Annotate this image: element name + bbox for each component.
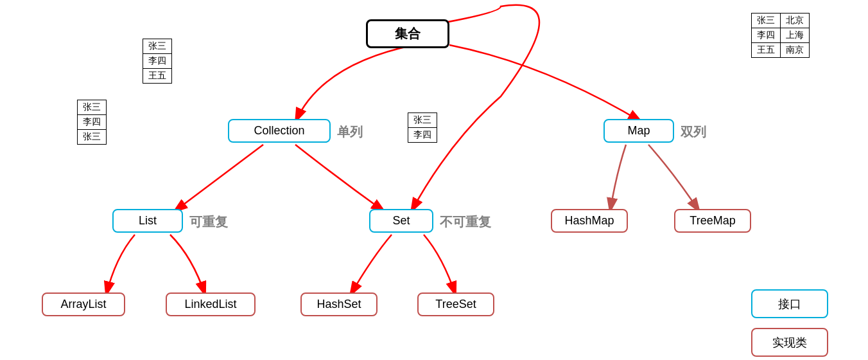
diagram-container: 集合 Collection 单列 Map 双列 List 可重复 Set 不可重… [0,0,868,360]
node-arraylist: ArrayList [42,292,125,316]
table-top-right: 张三北京李四上海王五南京 [751,13,810,58]
node-list: List [112,209,183,233]
table-list-example: 张三李四王五 [143,39,172,84]
node-collection: Collection [228,119,331,143]
node-linkedlist: LinkedList [166,292,256,316]
node-hashset: HashSet [300,292,378,316]
label-bukechongfu: 不可重复 [440,213,491,231]
legend-interface-label: 接口 [778,296,801,312]
table-set-example: 张三李四 [408,113,437,143]
label-danlie: 单列 [337,123,363,141]
node-treeset: TreeSet [417,292,494,316]
node-root: 集合 [366,19,449,48]
node-map: Map [603,119,674,143]
node-treemap: TreeMap [674,209,751,233]
legend-interface-box: 接口 [751,289,828,318]
table-list-dup-example: 张三李四张三 [77,100,107,145]
legend-impl-box: 实现类 [751,328,828,357]
node-hashmap: HashMap [551,209,628,233]
label-shuanglie: 双列 [681,123,706,141]
label-kechongfu: 可重复 [189,213,228,231]
legend-impl-label: 实现类 [772,335,807,350]
node-set: Set [369,209,433,233]
